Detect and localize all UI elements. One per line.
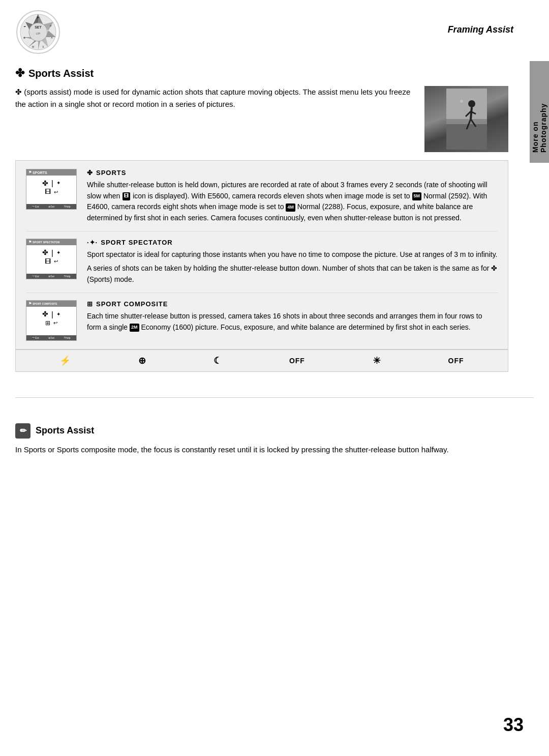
sports-assist-heading: ✤ Sports Assist (15, 67, 508, 80)
sport-composite-text: Each time shutter-release button is pres… (87, 311, 498, 333)
sport-spectator-sub-icon: ·✦· (87, 239, 98, 246)
logo-icon: SET UP ▶ P A S M ✤ ☁ (15, 9, 61, 56)
main-content: ✤ Sports Assist ✤ (sports assist) mode i… (0, 56, 549, 382)
svg-text:M: M (32, 45, 34, 48)
svg-line-16 (471, 107, 472, 119)
sports-title: ✤ SPORTS (87, 169, 498, 177)
timer-icon: ☾ (214, 355, 222, 366)
4m-badge: 4M (286, 203, 295, 212)
sport-composite-subsection: ⚑ SPORT COMPOSITE ✤ | ✦ ⊞ ↩ 📷Ext⊕Set? (26, 293, 498, 341)
note-section: ✏ Sports Assist In Sports or Sports comp… (0, 408, 549, 466)
page-divider (15, 397, 534, 398)
macro-icon: ⊕ (138, 355, 146, 366)
note-heading: ✏ Sports Assist (15, 423, 508, 439)
svg-text:UP: UP (36, 32, 40, 35)
sports-icon-inline: ✤ (15, 88, 24, 96)
svg-text:✤: ✤ (23, 36, 25, 39)
toolbar-flash: ⚡ (59, 355, 71, 366)
sports-text: While shutter-release button is held dow… (87, 180, 498, 224)
sport-spectator-content: ·✦· SPORT SPECTATOR Sport spectator is i… (87, 239, 498, 285)
toolbar-timer: ☾ (214, 355, 222, 366)
note-title: Sports Assist (36, 425, 94, 436)
svg-text:SET: SET (35, 25, 42, 29)
camera-badge-icon: 🎞 (123, 192, 130, 200)
toolbar-wb: ☀ (373, 355, 381, 366)
side-tab: More on Photography (530, 61, 549, 163)
intro-row: ✤ (sports assist) mode is used for dynam… (15, 86, 508, 152)
sports-subsection: ⚑ SPORTS ✤ | ✦ 🎞 ↩ 📷Ext⊕Set?Help (26, 169, 498, 231)
sport-spectator-subsection: ⚑ SPORT SPECTATOR ✤ | ✦ 🎞 ↩ 📷Ext⊕Set (26, 231, 498, 293)
sport-spectator-screen-thumb: ⚑ SPORT SPECTATOR ✤ | ✦ 🎞 ↩ 📷Ext⊕Set (26, 239, 77, 279)
toolbar-color: OFF (448, 357, 464, 365)
exposure-off-label: OFF (289, 357, 305, 365)
sport-composite-title: ⊞ SPORT COMPOSITE (87, 300, 498, 308)
note-text: In Sports or Sports composite mode, the … (15, 444, 508, 456)
color-off-label: OFF (448, 357, 464, 365)
2m-badge: 2M (130, 324, 139, 332)
gray-box: ⚑ SPORTS ✤ | ✦ 🎞 ↩ 📷Ext⊕Set?Help (15, 160, 508, 350)
toolbar-exposure: OFF (289, 357, 305, 365)
sport-spectator-title: ·✦· SPORT SPECTATOR (87, 239, 498, 246)
page-wrapper: SET UP ▶ P A S M ✤ ☁ Framing Assist More… (0, 0, 549, 756)
header-title: Framing Assist (448, 9, 534, 35)
flash-icon: ⚡ (59, 355, 71, 366)
sport-composite-screen-thumb: ⚑ SPORT COMPOSITE ✤ | ✦ ⊞ ↩ 📷Ext⊕Set? (26, 300, 77, 341)
sports-screen-thumb: ⚑ SPORTS ✤ | ✦ 🎞 ↩ 📷Ext⊕Set?Help (26, 169, 77, 210)
svg-text:☁: ☁ (23, 24, 26, 27)
5m-badge: 5M (412, 192, 422, 200)
note-icon: ✏ (15, 423, 30, 439)
svg-text:▶: ▶ (37, 16, 40, 19)
svg-point-15 (468, 100, 475, 107)
wb-icon: ☀ (373, 355, 381, 366)
sport-composite-sub-icon: ⊞ (87, 300, 93, 308)
sport-composite-content: ⊞ SPORT COMPOSITE Each time shutter-rele… (87, 300, 498, 333)
intro-text: ✤ (sports assist) mode is used for dynam… (15, 86, 414, 110)
sports-sub-icon: ✤ (87, 169, 93, 177)
sports-assist-icon: ✤ (15, 67, 24, 80)
sports-content: ✤ SPORTS While shutter-release button is… (87, 169, 498, 224)
toolbar-macro: ⊕ (138, 355, 146, 366)
camera-photo (424, 86, 508, 152)
svg-point-21 (460, 100, 463, 103)
sport-spectator-text: Sport spectator is ideal for capturing t… (87, 249, 498, 285)
top-header: SET UP ▶ P A S M ✤ ☁ Framing Assist (0, 0, 549, 56)
bottom-toolbar: ⚡ ⊕ ☾ OFF ☀ OFF (15, 350, 508, 372)
page-number: 33 (503, 714, 524, 736)
